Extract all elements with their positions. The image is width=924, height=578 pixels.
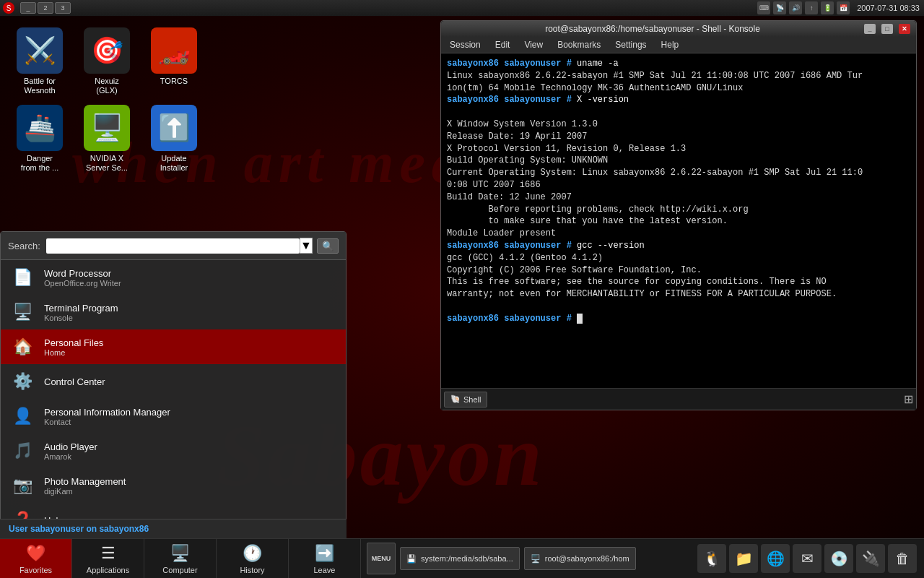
terminal-name: Terminal Program xyxy=(44,303,118,314)
desktop-icon-danger[interactable]: 🚢 Dangerfrom the ... xyxy=(7,105,72,173)
pim-sub: Kontact xyxy=(44,418,170,426)
trash-btn[interactable]: 🗑 xyxy=(888,544,917,573)
drive-label: system:/media/sdb/saba... xyxy=(421,554,513,563)
menu-item-audio[interactable]: 🎵 Audio Player Amarok xyxy=(1,434,346,468)
win-btn-3[interactable]: 3 xyxy=(55,2,71,14)
audio-icon[interactable]: 🔊 xyxy=(789,1,802,14)
personal-files-name: Personal Files xyxy=(44,337,103,348)
term-line-4: X Window System Version 1.3.0 xyxy=(447,118,910,131)
konsole-restore-btn[interactable]: □ xyxy=(881,24,893,34)
desktop-icon-torcs[interactable]: 🏎️ TORCS xyxy=(141,27,206,86)
photo-mgmt-sub: digiKam xyxy=(44,487,126,496)
battle-icon-label: Battle forWesnoth xyxy=(24,77,56,95)
taskbar-running-apps: MENU 💾 system:/media/sdb/saba... 🖥️ root… xyxy=(361,539,697,578)
term-line-10: Before reporting problems, check http://… xyxy=(447,204,910,216)
desktop-icon-update[interactable]: ⬆️ UpdateInstaller xyxy=(141,105,206,173)
file-mgr-btn[interactable]: 📁 xyxy=(729,544,758,573)
update-icon-label: UpdateInstaller xyxy=(160,154,188,173)
term-line-1: sabayonx86 sabayonuser # uname -a xyxy=(447,58,910,70)
search-button[interactable]: 🔍 xyxy=(317,238,339,254)
update-tray-icon[interactable]: ↑ xyxy=(805,1,818,14)
tab-history[interactable]: 🕐 History xyxy=(217,539,289,578)
battery-icon[interactable]: 🔋 xyxy=(821,1,834,14)
audio-player-icon: 🎵 xyxy=(9,438,35,464)
konsole-tab-expand[interactable]: ⊞ xyxy=(904,392,913,406)
term-line-5: Release Date: 19 April 2007 xyxy=(447,131,910,143)
konsole-tab-bar: 🐚 Shell ⊞ xyxy=(441,388,916,410)
control-center-name: Control Center xyxy=(44,376,105,387)
personal-files-sub: Home xyxy=(44,348,103,357)
konsole-tab-shell[interactable]: 🐚 Shell xyxy=(444,392,487,407)
shell-tab-label: Shell xyxy=(463,395,481,404)
term-line-6: X Protocol Version 11, Revision 0, Relea… xyxy=(447,143,910,155)
menu-button[interactable]: MENU xyxy=(367,543,396,574)
win-btn-2[interactable]: 2 xyxy=(38,2,53,14)
menu-item-terminal[interactable]: 🖥️ Terminal Program Konsole xyxy=(1,295,346,329)
nexuiz-icon-label: Nexuiz(GLX) xyxy=(95,77,119,95)
search-input[interactable] xyxy=(46,238,300,254)
term-line-14: gcc (GCC) 4.1.2 (Gentoo 4.1.2) xyxy=(447,252,910,264)
konsole-menu-session[interactable]: Session xyxy=(447,38,484,51)
sabayon-btn[interactable]: 🐧 xyxy=(697,544,726,573)
keyboard-icon[interactable]: ⌨ xyxy=(757,1,770,14)
applications-tab-label: Applications xyxy=(87,566,129,574)
term-line-17: warranty; not even for MERCHANTABILITY o… xyxy=(447,288,910,301)
konsole-menu-edit[interactable]: Edit xyxy=(492,38,513,51)
tab-leave[interactable]: ➡️ Leave xyxy=(289,539,361,578)
konsole-close-btn[interactable]: ✕ xyxy=(899,24,910,34)
running-item-terminal[interactable]: 🖥️ root@sabayonx86:/hom xyxy=(524,547,636,570)
running-item-drive[interactable]: 💾 system:/media/sdb/saba... xyxy=(400,547,520,570)
start-menu: Search: ▼ 🔍 📄 Word Processor OpenOffice.… xyxy=(0,231,346,538)
konsole-menu-help[interactable]: Help xyxy=(658,38,682,51)
leave-tab-label: Leave xyxy=(314,566,336,574)
clock-icon[interactable]: 📅 xyxy=(837,1,850,14)
menu-item-photo[interactable]: 📷 Photo Management digiKam xyxy=(1,468,346,503)
word-processor-sub: OpenOffice.org Writer xyxy=(44,279,121,288)
desktop-icon-nexuiz[interactable]: 🎯 Nexuiz(GLX) xyxy=(74,27,139,95)
sabayon-menu-icon[interactable]: S xyxy=(3,2,14,14)
term-line-16: This is free software; see the source fo… xyxy=(447,276,910,288)
terminal-sub: Konsole xyxy=(44,314,118,322)
mail-btn[interactable]: ✉ xyxy=(793,544,821,573)
leave-tab-icon: ➡️ xyxy=(315,544,334,563)
pim-icon: 👤 xyxy=(9,403,35,429)
datetime-display: 2007-07-31 08:33 xyxy=(857,4,920,12)
tab-applications[interactable]: ☰ Applications xyxy=(72,539,144,578)
konsole-menu-settings[interactable]: Settings xyxy=(612,38,649,51)
tab-computer[interactable]: 🖥️ Computer xyxy=(144,539,217,578)
user-prefix: User xyxy=(9,524,30,534)
browser-btn[interactable]: 🌐 xyxy=(761,544,790,573)
konsole-minimize-btn[interactable]: _ xyxy=(864,24,876,34)
menu-item-pim[interactable]: 👤 Personal Information Manager Kontact xyxy=(1,399,346,434)
konsole-menu-view[interactable]: View xyxy=(521,38,546,51)
desktop-icon-battle[interactable]: ⚔️ Battle forWesnoth xyxy=(7,27,72,95)
danger-icon-img: 🚢 xyxy=(17,105,63,151)
top-window-buttons: _ 2 3 xyxy=(20,2,71,14)
history-tab-label: History xyxy=(240,566,264,574)
term-line-9: Build Date: 12 June 2007 xyxy=(447,191,910,204)
word-processor-name: Word Processor xyxy=(44,268,121,279)
konsole-terminal[interactable]: sabayonx86 sabayonuser # uname -a Linux … xyxy=(441,53,916,388)
desktop-icon-nvidia[interactable]: 🖥️ NVIDIA XServer Se... xyxy=(74,105,139,173)
win-btn-1[interactable]: _ xyxy=(20,2,36,14)
update-icon-img: ⬆️ xyxy=(151,105,197,151)
menu-item-personal-files[interactable]: 🏠 Personal Files Home xyxy=(1,329,346,364)
media-btn[interactable]: 💿 xyxy=(824,544,853,573)
network-icon[interactable]: 📡 xyxy=(773,1,786,14)
computer-tab-icon: 🖥️ xyxy=(170,544,190,563)
applications-tab-icon: ☰ xyxy=(101,544,116,563)
usb-btn[interactable]: 🔌 xyxy=(856,544,885,573)
menu-item-control-center[interactable]: ⚙️ Control Center xyxy=(1,364,346,399)
favorites-tab-icon: ❤️ xyxy=(26,544,45,563)
konsole-menu-bookmarks[interactable]: Bookmarks xyxy=(554,38,603,51)
konsole-title: root@sabayonx86:/home/sabayonuser - Shel… xyxy=(447,24,858,34)
terminal-tray-icon: 🖥️ xyxy=(531,554,541,564)
konsole-menubar: Session Edit View Bookmarks Settings Hel… xyxy=(441,37,916,53)
nexuiz-icon-img: 🎯 xyxy=(84,27,130,74)
torcs-icon-label: TORCS xyxy=(160,77,188,86)
menu-item-word-processor[interactable]: 📄 Word Processor OpenOffice.org Writer xyxy=(1,260,346,295)
shell-tab-icon: 🐚 xyxy=(450,394,461,404)
search-dropdown[interactable]: ▼ xyxy=(300,238,313,254)
pim-name: Personal Information Manager xyxy=(44,407,170,418)
tab-favorites[interactable]: ❤️ Favorites xyxy=(0,539,72,578)
